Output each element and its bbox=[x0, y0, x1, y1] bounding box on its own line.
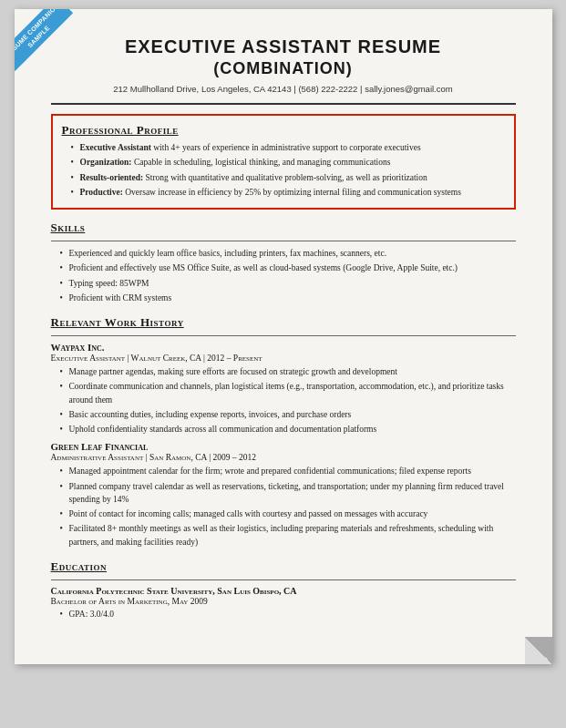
waypax-bullets: Manage partner agendas, making sure effo… bbox=[51, 365, 516, 436]
edu-gpa: GPA: 3.0/4.0 bbox=[60, 608, 516, 620]
profile-bullet-3: Results-oriented: Strong with quantitati… bbox=[71, 171, 505, 184]
job-title-greenleaf: Administrative Assistant | San Ramon, CA… bbox=[51, 453, 516, 462]
skill-1: Experienced and quickly learn office bas… bbox=[60, 247, 516, 260]
contact-info: 212 Mullholland Drive, Los Angeles, CA 4… bbox=[51, 84, 516, 94]
employer-waypax: Waypax Inc. bbox=[51, 342, 516, 353]
banner-text: RESUME COMPANIONSAMPLE bbox=[15, 9, 73, 71]
waypax-bullet-3: Basic accounting duties, including expen… bbox=[60, 408, 516, 421]
skill-3: Typing speed: 85WPM bbox=[60, 277, 516, 290]
skills-bullets: Experienced and quickly learn office bas… bbox=[51, 247, 516, 304]
profile-section: Professional Profile Executive Assistant… bbox=[51, 114, 516, 210]
resume-sub-title: (COMBINATION) bbox=[51, 59, 516, 78]
profile-bullets: Executive Assistant with 4+ years of exp… bbox=[62, 141, 505, 199]
resume-main-title: EXECUTIVE ASSISTANT RESUME bbox=[51, 36, 516, 57]
profile-bullet-2: Organization: Capable in scheduling, log… bbox=[71, 156, 505, 169]
edu-degree: Bachelor of Arts in Marketing, May 2009 bbox=[51, 597, 516, 606]
skill-4: Proficient with CRM systems bbox=[60, 292, 516, 304]
skill-2: Proficient and effectively use MS Office… bbox=[60, 261, 516, 274]
education-section: Education California Polytechnic State U… bbox=[51, 559, 516, 620]
waypax-bullet-4: Uphold confidentiality standards across … bbox=[60, 423, 516, 436]
profile-header: Professional Profile bbox=[62, 123, 505, 138]
profile-bullet-1: Executive Assistant with 4+ years of exp… bbox=[71, 141, 505, 154]
waypax-bullet-2: Coordinate communication and channels, p… bbox=[60, 380, 516, 406]
work-history-header: Relevant Work History bbox=[51, 315, 516, 330]
waypax-bullet-1: Manage partner agendas, making sure effo… bbox=[60, 365, 516, 378]
resume-banner: RESUME COMPANIONSAMPLE bbox=[15, 9, 87, 82]
edu-school: California Polytechnic State University,… bbox=[51, 586, 516, 596]
work-history-section: Relevant Work History Waypax Inc. Execut… bbox=[51, 315, 516, 549]
education-header: Education bbox=[51, 559, 516, 574]
resume-page: RESUME COMPANIONSAMPLE EXECUTIVE ASSISTA… bbox=[15, 9, 552, 664]
greenleaf-bullet-2: Planned company travel calendar as well … bbox=[60, 480, 516, 507]
skills-header: Skills bbox=[51, 220, 516, 235]
job-title-waypax: Executive Assistant | Walnut Creek, CA |… bbox=[51, 354, 516, 363]
employer-greenleaf: Green Leaf Financial bbox=[51, 441, 516, 452]
greenleaf-bullet-4: Facilitated 8+ monthly meetings as well … bbox=[60, 522, 516, 549]
skills-section: Skills Experienced and quickly learn off… bbox=[51, 220, 516, 304]
edu-bullets: GPA: 3.0/4.0 bbox=[51, 608, 516, 620]
greenleaf-bullets: Managed appointment calendar for the fir… bbox=[51, 465, 516, 549]
greenleaf-bullet-3: Point of contact for incoming calls; man… bbox=[60, 508, 516, 520]
profile-bullet-4: Productive: Oversaw increase in efficien… bbox=[71, 186, 505, 199]
greenleaf-bullet-1: Managed appointment calendar for the fir… bbox=[60, 465, 516, 477]
